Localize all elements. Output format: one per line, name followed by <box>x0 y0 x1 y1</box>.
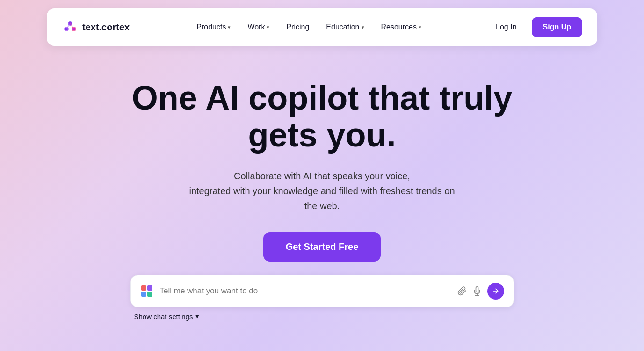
nav-pricing[interactable]: Pricing <box>280 19 316 35</box>
hero-subtitle: Collaborate with AI that speaks your voi… <box>182 168 463 213</box>
svg-rect-9 <box>141 285 146 291</box>
chat-container: Show chat settings ▾ <box>130 275 514 321</box>
chat-input[interactable] <box>160 286 451 296</box>
navbar: text.cortex Products ▾ Work ▾ Pricing Ed… <box>47 8 597 46</box>
login-button[interactable]: Log In <box>488 19 524 35</box>
microphone-icon <box>472 286 482 296</box>
nav-menu: Products ▾ Work ▾ Pricing Education ▾ Re… <box>190 19 428 35</box>
svg-rect-10 <box>147 285 152 291</box>
logo-text: text.cortex <box>82 22 130 33</box>
attach-button[interactable] <box>457 286 467 296</box>
nav-work[interactable]: Work ▾ <box>241 19 276 35</box>
nav-resources[interactable]: Resources ▾ <box>375 19 428 35</box>
svg-rect-11 <box>141 292 146 297</box>
chevron-down-icon: ▾ <box>228 24 231 30</box>
get-started-button[interactable]: Get Started Free <box>263 232 381 262</box>
nav-products[interactable]: Products ▾ <box>190 19 237 35</box>
chat-action-buttons <box>457 283 504 300</box>
chevron-down-icon: ▾ <box>362 24 364 30</box>
show-chat-settings[interactable]: Show chat settings ▾ <box>130 312 514 321</box>
logo-icon <box>62 19 79 36</box>
chevron-down-icon: ▾ <box>419 24 421 30</box>
nav-education[interactable]: Education ▾ <box>319 19 370 35</box>
paperclip-icon <box>457 286 467 296</box>
svg-rect-12 <box>147 292 152 297</box>
chat-input-box <box>130 275 514 307</box>
arrow-right-icon <box>492 287 499 295</box>
chevron-down-icon: ▾ <box>195 312 199 321</box>
apps-icon <box>140 285 153 298</box>
hero-title: One AI copilot that truly gets you. <box>112 80 533 154</box>
chevron-down-icon: ▾ <box>267 24 269 30</box>
send-button[interactable] <box>487 283 504 300</box>
signup-button[interactable]: Sign Up <box>532 17 582 37</box>
microphone-button[interactable] <box>472 286 482 296</box>
logo-area: text.cortex <box>62 19 130 36</box>
auth-area: Log In Sign Up <box>488 17 582 37</box>
